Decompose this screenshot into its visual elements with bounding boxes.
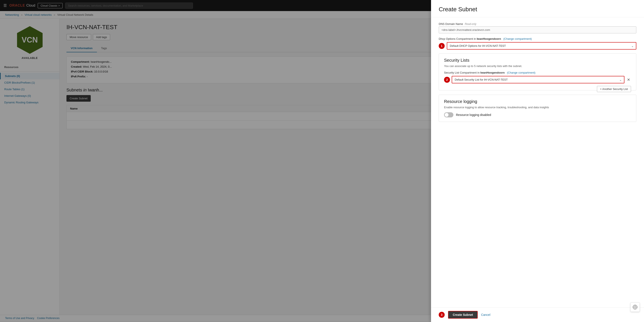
resource-logging-toggle-row: Resource logging disabled — [444, 112, 631, 117]
modal-footer: 3 Create Subnet Cancel — [431, 307, 644, 322]
help-widget[interactable] — [630, 303, 640, 312]
create-subnet-modal: Create Subnet DNS Domain Name Read-only … — [431, 0, 644, 322]
resource-logging-description: Enable resource logging to allow resourc… — [444, 106, 631, 109]
remove-security-list-button[interactable]: ✕ — [626, 77, 631, 83]
security-compartment-row: Security List Compartment in IwanHoogend… — [444, 71, 631, 74]
modal-overlay: Create Subnet DNS Domain Name Read-only … — [0, 0, 644, 322]
add-another-security-list-button[interactable]: + Another Security List — [597, 86, 631, 92]
modal-title: Create Subnet — [439, 6, 636, 13]
modal-body: DNS Domain Name Read-only Dhcp Options C… — [431, 17, 644, 307]
dhcp-step-content: Dhcp Options Compartment in IwanHoogendo… — [439, 37, 636, 50]
resource-logging-title: Resource logging — [444, 99, 631, 104]
resource-logging-card: Resource logging Enable resource logging… — [439, 95, 636, 122]
security-lists-description: You can associate up to 5 network securi… — [444, 64, 631, 68]
resource-logging-label: Resource logging disabled — [456, 113, 491, 117]
help-widget-icon — [632, 305, 638, 310]
dhcp-options-select[interactable]: Default DHCP Options for IH-VCN-NAT-TEST — [447, 42, 636, 50]
dns-domain-group: DNS Domain Name Read-only — [439, 22, 636, 33]
dhcp-change-compartment-link[interactable]: (Change compartment) — [503, 37, 532, 40]
cancel-button[interactable]: Cancel — [481, 313, 490, 317]
dhcp-compartment-row: Dhcp Options Compartment in IwanHoogendo… — [439, 37, 636, 40]
dns-domain-input[interactable] — [439, 26, 636, 33]
dhcp-select-wrapper: Default DHCP Options for IH-VCN-NAT-TEST — [447, 42, 636, 50]
create-subnet-submit-button[interactable]: Create Subnet — [448, 311, 478, 319]
security-list-select-wrapper: Default Security List for IH-VCN-NAT-TES… — [452, 76, 624, 83]
step-3-circle: 3 — [439, 312, 445, 318]
security-list-select[interactable]: Default Security List for IH-VCN-NAT-TES… — [452, 76, 624, 83]
security-lists-title: Security Lists — [444, 58, 631, 63]
dns-domain-label: DNS Domain Name Read-only — [439, 22, 636, 25]
step-1-circle: 1 — [439, 43, 445, 49]
dhcp-step-wrapper: Dhcp Options Compartment in IwanHoogendo… — [439, 37, 636, 50]
resource-logging-toggle[interactable] — [444, 112, 454, 117]
security-change-compartment-link[interactable]: (Change compartment) — [507, 71, 536, 74]
dhcp-options-group: Dhcp Options Compartment in IwanHoogendo… — [439, 37, 636, 50]
svg-point-2 — [634, 306, 636, 308]
modal-header: Create Subnet — [431, 0, 644, 17]
security-lists-card: Security Lists You can associate up to 5… — [439, 53, 636, 90]
security-list-row: 2 Default Security List for IH-VCN-NAT-T… — [444, 76, 631, 83]
step-2-circle: 2 — [444, 77, 450, 83]
